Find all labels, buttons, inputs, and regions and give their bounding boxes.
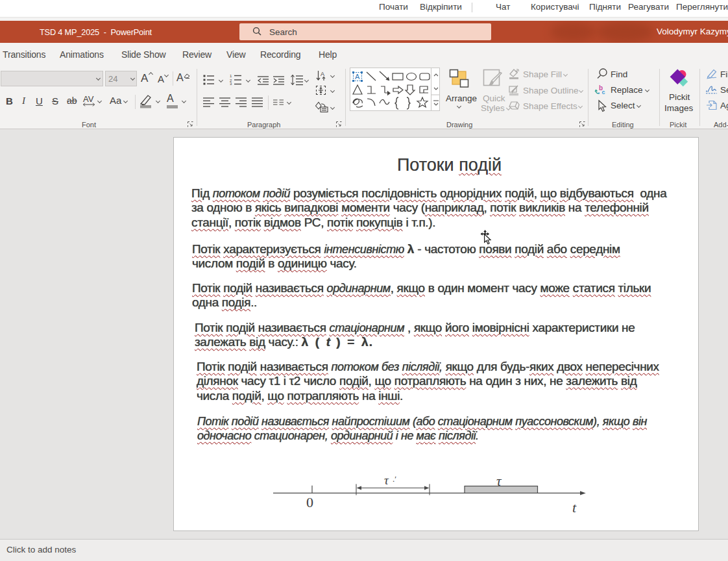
svg-text:c: c [602, 89, 605, 95]
svg-text:τ: τ [384, 473, 389, 487]
svg-text:1: 1 [230, 74, 232, 78]
svg-text:A: A [321, 71, 324, 77]
svg-text:.′: .′ [393, 474, 396, 484]
svg-text:A: A [355, 73, 360, 81]
svg-text:t: t [572, 499, 577, 516]
svg-text:0: 0 [306, 494, 313, 510]
